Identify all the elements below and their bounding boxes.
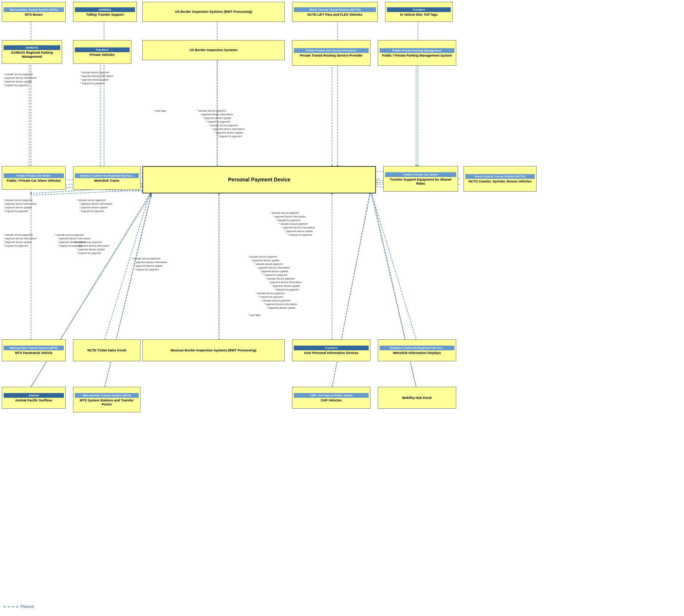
svg-line-29 [31,190,151,195]
svg-line-30 [105,188,151,339]
node-personal-payment-device: Personal Payment Device [142,166,376,193]
flow-label-r2: * payment device information [200,113,233,116]
flow-label-3: * payment device update [80,78,108,81]
flow-label-lm4: * request for payment [4,210,28,212]
node-in-vehicle-elec: Travelers In Vehicle Elec Toll Tags [385,2,453,22]
flow-label-lo11: * payment device update [77,248,105,251]
node-mobility-hub-kiosk: Mobility Hub Kiosk [378,387,456,409]
flow-label-lm2: * payment device information [4,203,36,205]
flow-label-rl2: * payment device update [251,259,279,262]
flow-label-lo4: * request for payment [4,245,28,247]
flow-label-rl7: * actuate secure payment [266,277,295,280]
flow-label-rl10: * request for payment [274,288,299,291]
flow-label-5: * actuate secure payment [4,73,32,76]
flow-label-mb1: * actuate secure payment [131,257,160,260]
flow-label-lo2: * payment device information [4,237,36,240]
flow-label-6: * payment device information [4,77,36,79]
flow-label-lo9: * actuate secure payment [73,241,102,243]
diagram-container: Metropolitan Transit System (MTS) MTS Bu… [0,0,684,616]
flow-label-met4: * request for payment [80,210,104,212]
flow-label-lo12: * request for payment [77,252,101,254]
flow-label-met1: * actuate secure payment [77,199,105,201]
node-traveler-support-shared-rides: Public Private Car Share Traveler Suppor… [383,166,458,192]
flow-label-r8: * request for payment [218,135,242,138]
flow-label-cd1: * card data [154,109,166,112]
node-nctd-lift: North County Transit District (NCTD) NCT… [292,2,378,22]
flow-label-rs2: * payment device information [273,215,306,218]
flow-label-cd2: * card data [248,314,261,316]
flow-label-met2: * payment device information [80,203,112,205]
flow-label-r7: * payment device update [215,131,243,134]
node-nctd-coaster: North County Transit District (NCTD) NCT… [464,166,537,192]
flow-label-mb3: * payment device update [134,265,162,267]
flow-label-rl12: * request for payment [258,296,283,298]
flow-label-1: * actuate secure payment [80,71,109,74]
flow-label-lm1: * actuate secure payment [4,199,32,201]
flow-label-rs4: * actuate secure payment [279,223,308,225]
flow-label-rl15: * payment device update [267,307,295,309]
flow-label-rl4: * payment device information [257,266,290,269]
node-user-personal-info: Travelers User Personal Information Devi… [292,339,370,361]
flow-label-lm3: * payment device update [4,206,32,209]
node-metrolink-trains: Southern California Regional Rail Aut...… [73,166,141,190]
node-private-vehicles: Travelers Private Vehicles [73,40,131,64]
flow-label-lo3: * payment device update [4,241,32,243]
flow-label-8: * request for payment [4,84,28,86]
flow-label-rs6: * payment device update [285,230,313,232]
flow-label-rl9: * payment device update [272,285,300,287]
flow-label-lo6: * payment device information [58,237,91,240]
legend: Planned [4,605,34,609]
flow-label-rl14: * payment device information [264,303,297,305]
flow-label-r4: * request for payment [206,120,230,123]
flow-label-lo1: * actuate secure payment [4,234,32,236]
node-private-transit-routing: Public Private Info Service Providers Pr… [292,40,370,66]
node-metrolink-info: Southern California Regional Rail Aut...… [378,339,456,361]
legend-line [4,607,18,607]
flow-label-met3: * payment device update [80,206,108,209]
flow-label-7: * payment device update [4,80,32,83]
flow-label-mb2: * payment device information [134,261,167,263]
flow-label-rs7: * request for payment [288,234,312,236]
node-amtrak: Amtrak Amtrak Pacific Surfliner [2,387,66,409]
flow-label-rl11: * actuate secure payment [255,292,284,294]
flow-label-2: * payment device information [80,75,113,77]
node-us-border-bwt: US Border Inspection Systems (BWT Proces… [142,2,285,22]
flow-label-r3: * payment device update [203,117,231,119]
node-public-private-parking-mgmt: Public Private Parking Management Public… [378,40,456,66]
node-chp-vehicles: CHP - CA Dept of Public Safety CHP Vehic… [292,387,370,409]
flow-label-rl5: * payment device update [260,270,288,273]
flow-label-r5: * actuate secure payment [209,124,238,127]
node-sandag-parking: SANDAG SANDAG Regional Parking Managemen… [2,40,62,64]
node-us-border: US Border Inspection Systems [142,40,285,60]
flow-label-mb4: * request for payment [134,268,159,271]
flow-label-rl8: * payment device information [269,281,301,284]
node-nctd-ticket-kiosk: NCTD Ticket Sales Kiosk [73,339,141,361]
flow-label-rs1: * actuate secure payment [270,212,299,214]
node-mts-buses: Metropolitan Transit System (MTS) MTS Bu… [2,2,66,22]
node-mexican-border: Mexican Border Inspection Systems (BWT P… [142,339,285,361]
node-public-private-car-share-left: Public Private Car Share Public / Privat… [2,166,66,190]
flow-label-lo5: * actuate secure payment [55,234,84,236]
flow-label-rl3: * actuate secure payment [254,263,283,265]
legend-label: Planned [20,605,34,609]
flow-label-rl1: * actuate secure payment [248,255,277,258]
flow-label-rl6: * request for payment [263,274,287,276]
node-mts-stations: Metropolitan Transit System (MTS) MTS Sy… [73,387,141,412]
flow-label-4: * request for payment [80,82,105,85]
flow-label-rl13: * actuate secure payment [261,299,290,302]
arrows-svg [0,0,684,616]
flow-label-lo10: * payment device information [77,245,109,247]
svg-line-36 [370,190,416,339]
node-mts-paratransit: Metropolitan Transit System (MTS) MTS Pa… [2,339,66,361]
flow-label-rs3: * request for payment [276,219,300,222]
flow-label-rs5: * payment device information [282,226,315,229]
node-tolling-traveler: SANDAG Tolling Traveler Support [73,2,137,22]
flow-label-r1: * actuate secure payment [197,109,226,112]
flow-label-r6: * payment device information [212,128,245,130]
